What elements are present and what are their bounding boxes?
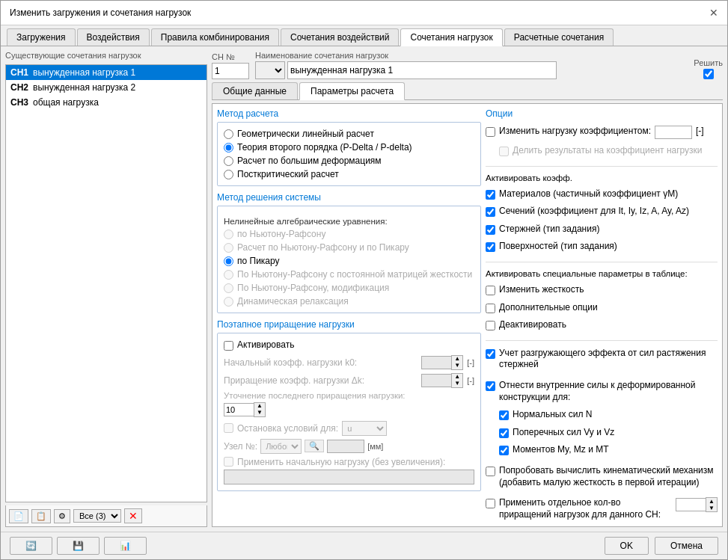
solver-radio-2[interactable]: [224, 256, 233, 266]
method-radio-3[interactable]: [224, 170, 233, 179]
coeff-surface-row[interactable]: Поверхностей (тип задания): [486, 241, 718, 253]
method-radio-1[interactable]: [224, 143, 233, 153]
activate-coeff-title: Активировать коэфф.: [486, 173, 718, 182]
divider-2: [486, 262, 718, 262]
kinematic-checkbox[interactable]: [486, 467, 495, 476]
moments-checkbox[interactable]: [499, 446, 509, 455]
solver-option-4[interactable]: По Ньютону-Рафсону, модификация: [224, 283, 474, 293]
cn-input[interactable]: [212, 63, 249, 79]
filter-select[interactable]: Все (3): [73, 509, 121, 523]
icon-btn-2[interactable]: 💾: [57, 537, 100, 555]
method-option-2[interactable]: Расчет по большим деформациям: [224, 156, 474, 166]
icon-btn-3[interactable]: 📊: [104, 537, 147, 555]
tab-impact-combinations[interactable]: Сочетания воздействий: [281, 28, 399, 46]
separate-down-btn[interactable]: ▼: [706, 505, 717, 511]
solver-option-5[interactable]: Динамическая релаксация: [224, 296, 474, 307]
method-radio-0[interactable]: [224, 129, 233, 139]
solver-option-2[interactable]: по Пикару: [224, 256, 474, 266]
shear-forces-row[interactable]: Поперечных сил Vy и Vz: [499, 427, 718, 439]
solver-option-1[interactable]: Расчет по Ньютону-Рафсону и по Пикару: [224, 242, 474, 253]
tab-calculated-combinations[interactable]: Расчетные сочетания: [504, 28, 614, 46]
coeff-material-row[interactable]: Материалов (частичный коэффициент γM): [486, 188, 718, 200]
tab-general[interactable]: Общие данные: [212, 82, 298, 99]
extra-options-row[interactable]: Дополнительные опции: [486, 302, 718, 314]
separate-input[interactable]: [676, 498, 706, 511]
activate-row[interactable]: Активировать: [224, 339, 474, 351]
refine-input[interactable]: [224, 403, 254, 416]
tension-checkbox[interactable]: [486, 349, 495, 359]
solver-label-5: Динамическая релаксация: [237, 296, 349, 307]
cancel-button[interactable]: Отмена: [655, 537, 718, 555]
duplicate-item-button[interactable]: 📋: [31, 509, 51, 523]
kinematic-row[interactable]: Попробовать вычислить кинематический мех…: [486, 465, 718, 488]
separate-checkbox[interactable]: [486, 499, 495, 508]
name-label: Наименование сочетания нагрузок: [255, 51, 688, 60]
deactivate-row[interactable]: Деактивировать: [486, 319, 718, 331]
list-item-name: вынужденная нагрузка 2: [33, 82, 135, 93]
list-item-num: CH1: [10, 67, 33, 78]
method-option-1[interactable]: Теория второго порядка (P-Delta / P-delt…: [224, 142, 474, 153]
list-item[interactable]: CH1 вынужденная нагрузка 1: [6, 65, 207, 80]
add-item-button[interactable]: 📄: [9, 509, 28, 523]
icon-btn-1[interactable]: 🔄: [10, 537, 52, 555]
method-option-3[interactable]: Посткритический расчет: [224, 169, 474, 179]
list-item[interactable]: CH3 общая нагрузка: [6, 95, 207, 110]
solve-checkbox[interactable]: [703, 69, 714, 79]
deactivate-checkbox[interactable]: [486, 321, 495, 330]
shear-forces-checkbox[interactable]: [499, 428, 509, 438]
action-button[interactable]: ⚙: [54, 509, 70, 523]
name-select[interactable]: [255, 61, 285, 79]
load-combination-list[interactable]: CH1 вынужденная нагрузка 1 CH2 вынужденн…: [5, 64, 207, 502]
coeff-rod-row[interactable]: Стержней (тип задания): [486, 224, 718, 236]
coeff-material-checkbox[interactable]: [486, 190, 495, 200]
extra-options-checkbox[interactable]: [486, 304, 495, 313]
change-stiffness-row[interactable]: Изменить жесткость: [486, 284, 718, 296]
method-title: Метод расчета: [217, 108, 481, 119]
method-radio-2[interactable]: [224, 156, 233, 166]
coeff-input[interactable]: [655, 126, 692, 139]
deformed-row[interactable]: Отнести внутренние силы к деформированно…: [486, 380, 718, 403]
delete-button[interactable]: ✕: [124, 508, 142, 523]
stop-checkbox: [224, 423, 233, 433]
deformed-checkbox[interactable]: [486, 381, 495, 391]
tab-parameters[interactable]: Параметры расчета: [299, 82, 405, 100]
node-row: Узел №: Любой 🔍 [мм]: [224, 439, 474, 454]
method-option-0[interactable]: Геометрически линейный расчет: [224, 129, 474, 139]
list-item[interactable]: CH2 вынужденная нагрузка 2: [6, 80, 207, 95]
node-value-input: [327, 440, 364, 453]
solver-option-0[interactable]: по Ньютону-Рафсону: [224, 229, 474, 239]
solver-subtitle: Нелинейные алгебраические уравнения:: [224, 217, 474, 226]
change-stiffness-checkbox[interactable]: [486, 286, 495, 295]
normal-forces-checkbox[interactable]: [499, 410, 509, 420]
separate-up-btn[interactable]: ▲: [706, 498, 717, 505]
separate-row[interactable]: Применить отдельное кол-во приращений на…: [486, 497, 718, 520]
close-button[interactable]: ✕: [709, 7, 718, 19]
activate-label: Активировать: [237, 339, 294, 351]
tab-impacts[interactable]: Воздействия: [77, 28, 150, 46]
change-load-checkbox[interactable]: [486, 127, 495, 137]
main-window: Изменить загружения и сочетания нагрузок…: [0, 0, 728, 560]
coeff-rod-checkbox[interactable]: [486, 225, 495, 235]
step-box: Активировать Начальный коэфф. нагрузки k…: [217, 333, 481, 491]
solver-option-3[interactable]: По Ньютону-Рафсону с постоянной матрицей…: [224, 269, 474, 280]
tension-row[interactable]: Учет разгружающего эффекта от сил растяж…: [486, 348, 718, 371]
right-content: Опции Изменить нагрузку коэффициентом: […: [486, 108, 718, 522]
separate-step-btns: ▲ ▼: [706, 497, 718, 512]
activate-checkbox[interactable]: [224, 341, 233, 351]
divider-3: [486, 340, 718, 341]
tab-loads[interactable]: Загружения: [7, 28, 76, 46]
coeff-section-checkbox[interactable]: [486, 207, 495, 217]
change-stiffness-label: Изменить жесткость: [499, 284, 584, 296]
coeff-section-row[interactable]: Сечений (коэффициент для It, Iy, Iz, A, …: [486, 206, 718, 218]
right-panel: СН № Наименование сочетания нагрузок Реш…: [212, 51, 723, 527]
normal-forces-row[interactable]: Нормальных сил N: [499, 409, 718, 421]
solver-label-3: По Ньютону-Рафсону с постоянной матрицей…: [237, 269, 472, 280]
tab-combination-rules[interactable]: Правила комбинирования: [151, 28, 279, 46]
refine-down-btn[interactable]: ▼: [254, 410, 265, 416]
name-input[interactable]: [287, 61, 557, 79]
tab-load-combinations[interactable]: Сочетания нагрузок: [400, 28, 502, 46]
coeff-surface-checkbox[interactable]: [486, 242, 495, 252]
ok-button[interactable]: OK: [605, 537, 649, 555]
moments-row[interactable]: Моментов My, Mz и MT: [499, 444, 718, 456]
solver-title: Метод решения системы: [217, 192, 481, 203]
